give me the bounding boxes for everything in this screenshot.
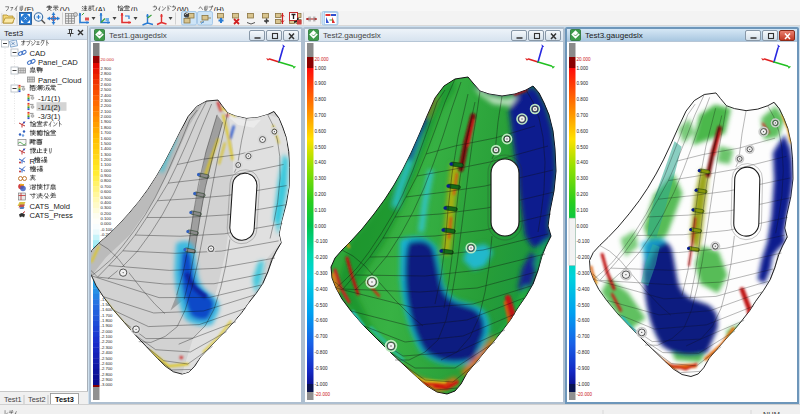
svg-text:2.800: 2.800 <box>101 71 112 76</box>
svg-text:1.600: 1.600 <box>101 136 112 141</box>
svg-text:0.100: 0.100 <box>315 208 327 213</box>
svg-text:2.300: 2.300 <box>101 98 112 103</box>
svg-text:-0.200: -0.200 <box>315 255 328 260</box>
svg-text:R: R <box>30 157 36 166</box>
svg-text:-2.300: -2.300 <box>101 345 114 350</box>
svg-text:2.200: 2.200 <box>101 103 112 108</box>
svg-text:0.900: 0.900 <box>315 81 327 86</box>
svg-text:-0.300: -0.300 <box>577 271 590 276</box>
svg-text:1.200: 1.200 <box>101 157 112 162</box>
svg-text:0.900: 0.900 <box>577 81 589 86</box>
svg-text:1.400: 1.400 <box>101 146 112 151</box>
svg-text:-2.000: -2.000 <box>101 329 114 334</box>
svg-text:0.500: 0.500 <box>101 195 112 200</box>
svg-text:1.000: 1.000 <box>577 66 589 71</box>
svg-text:-0.900: -0.900 <box>315 366 328 371</box>
svg-text:Test2: Test2 <box>28 395 46 404</box>
svg-text:-1.600: -1.600 <box>101 307 114 312</box>
svg-text:0.000: 0.000 <box>315 224 327 229</box>
svg-text:-1/1(1): -1/1(1) <box>38 94 61 103</box>
svg-text:-0.500: -0.500 <box>577 303 590 308</box>
svg-text:20.000: 20.000 <box>315 57 329 62</box>
svg-text:0.400: 0.400 <box>101 200 112 205</box>
svg-text:0.200: 0.200 <box>315 192 327 197</box>
svg-text:0.800: 0.800 <box>101 178 112 183</box>
svg-text:-0.300: -0.300 <box>315 271 328 276</box>
svg-text:-2.200: -2.200 <box>101 339 114 344</box>
svg-text:CAD: CAD <box>30 49 47 58</box>
svg-text:-0.100: -0.100 <box>101 227 114 232</box>
svg-text:-0.600: -0.600 <box>577 318 590 323</box>
svg-text:1.700: 1.700 <box>101 130 112 135</box>
svg-text:1.800: 1.800 <box>101 125 112 130</box>
svg-text:-2.900: -2.900 <box>101 377 114 382</box>
svg-text:2.500: 2.500 <box>101 87 112 92</box>
svg-text:0.800: 0.800 <box>577 97 589 102</box>
svg-text:-2.800: -2.800 <box>101 372 114 377</box>
svg-text:0.000: 0.000 <box>101 221 112 226</box>
svg-text:20.000: 20.000 <box>577 57 591 62</box>
svg-text:0.800: 0.800 <box>315 97 327 102</box>
svg-text:0.600: 0.600 <box>577 129 589 134</box>
svg-text:2.700: 2.700 <box>101 77 112 82</box>
svg-text:-1.900: -1.900 <box>101 323 114 328</box>
svg-text:1.100: 1.100 <box>101 162 112 167</box>
svg-text:2.100: 2.100 <box>101 109 112 114</box>
svg-text:1.000: 1.000 <box>101 168 112 173</box>
svg-text:Panel_CAD: Panel_CAD <box>38 58 78 67</box>
svg-text:0.600: 0.600 <box>315 129 327 134</box>
svg-text:0.900: 0.900 <box>101 173 112 178</box>
svg-text:-1.700: -1.700 <box>101 313 114 318</box>
svg-text:-0.700: -0.700 <box>315 334 328 339</box>
svg-text:0.400: 0.400 <box>577 160 589 165</box>
svg-text:0.300: 0.300 <box>315 176 327 181</box>
svg-text:1.900: 1.900 <box>101 119 112 124</box>
svg-text:-1.000: -1.000 <box>577 382 590 387</box>
svg-text:-2.700: -2.700 <box>101 366 114 371</box>
svg-text:Test3: Test3 <box>4 29 24 38</box>
svg-text:0.200: 0.200 <box>577 192 589 197</box>
svg-text:20.000: 20.000 <box>101 57 115 62</box>
svg-text:-0.400: -0.400 <box>315 287 328 292</box>
svg-text:0.700: 0.700 <box>101 184 112 189</box>
svg-text:-20.000: -20.000 <box>315 392 331 397</box>
svg-text:-0.800: -0.800 <box>315 350 328 355</box>
svg-text:0.300: 0.300 <box>101 205 112 210</box>
svg-text:0.300: 0.300 <box>577 176 589 181</box>
svg-text:0.700: 0.700 <box>577 113 589 118</box>
svg-text:-0.700: -0.700 <box>577 334 590 339</box>
svg-text:-0.100: -0.100 <box>315 239 328 244</box>
svg-text:-1.800: -1.800 <box>101 318 114 323</box>
svg-text:0.700: 0.700 <box>315 113 327 118</box>
svg-text:2.000: 2.000 <box>101 114 112 119</box>
svg-text:NUM: NUM <box>763 410 780 414</box>
svg-text:0.600: 0.600 <box>101 189 112 194</box>
svg-text:-3.000: -3.000 <box>101 382 114 387</box>
svg-text:2.600: 2.600 <box>101 82 112 87</box>
svg-text:-2.100: -2.100 <box>101 334 114 339</box>
svg-text:-2.500: -2.500 <box>101 356 114 361</box>
svg-text:0.100: 0.100 <box>577 208 589 213</box>
svg-text:0.200: 0.200 <box>101 211 112 216</box>
svg-text:0.400: 0.400 <box>315 160 327 165</box>
svg-text:2.400: 2.400 <box>101 93 112 98</box>
svg-text:0.000: 0.000 <box>577 224 589 229</box>
svg-text:1.000: 1.000 <box>315 66 327 71</box>
svg-text:-2.600: -2.600 <box>101 361 114 366</box>
svg-text:-0.400: -0.400 <box>577 287 590 292</box>
svg-text:1.500: 1.500 <box>101 141 112 146</box>
svg-text:-0.100: -0.100 <box>577 239 590 244</box>
svg-text:-0.900: -0.900 <box>577 366 590 371</box>
svg-text:2.900: 2.900 <box>101 66 112 71</box>
svg-text:-0.500: -0.500 <box>315 303 328 308</box>
svg-text:-2.400: -2.400 <box>101 350 114 355</box>
svg-text:0.500: 0.500 <box>577 145 589 150</box>
svg-text:Test3: Test3 <box>55 395 74 404</box>
svg-text:-20.000: -20.000 <box>577 392 593 397</box>
svg-text:Panel_Cloud: Panel_Cloud <box>38 76 82 85</box>
svg-text:1.300: 1.300 <box>101 152 112 157</box>
svg-text:CATS_Press: CATS_Press <box>30 211 74 220</box>
svg-text:-1.000: -1.000 <box>315 382 328 387</box>
svg-text:-0.200: -0.200 <box>577 255 590 260</box>
svg-text:Test1: Test1 <box>4 395 22 404</box>
